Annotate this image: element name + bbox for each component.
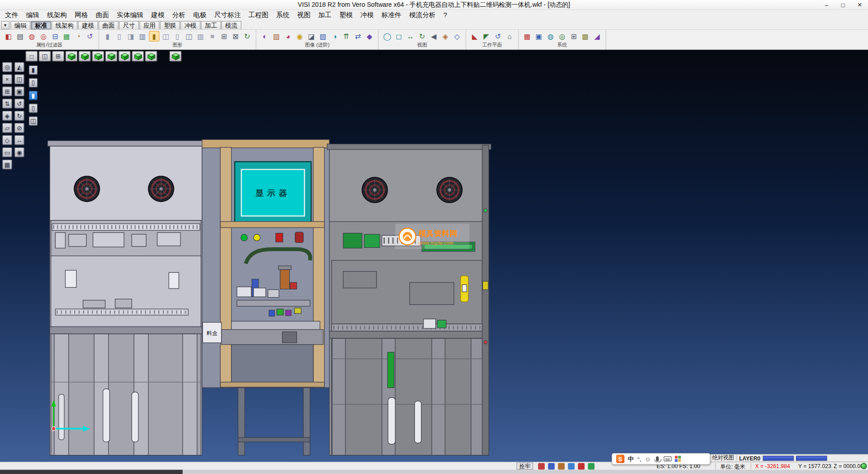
render-quality-icon[interactable]: ◐ (259, 31, 270, 42)
rotate-view-icon[interactable]: ↻ (417, 31, 427, 42)
toolbar-tab-3[interactable]: 建模 (78, 21, 98, 29)
menu-item-10[interactable]: 工程图 (245, 10, 272, 20)
toolbar-tab-1[interactable]: 标准 (31, 21, 51, 29)
menu-item-3[interactable]: 网格 (71, 10, 92, 20)
filter-remove-icon[interactable]: ◎ (38, 31, 48, 42)
menu-item-6[interactable]: 建模 (147, 10, 169, 20)
menu-item-12[interactable]: 视图 (293, 10, 315, 20)
menu-item-18[interactable]: ? (439, 11, 451, 19)
stop-status-icon[interactable] (578, 463, 585, 470)
color-palette-icon[interactable]: ▦ (522, 31, 533, 42)
maximize-button[interactable]: □ (835, 0, 852, 9)
texture-icon[interactable]: ▨ (271, 31, 282, 42)
left-view-cube[interactable] (105, 51, 118, 62)
cut-icon[interactable]: ◭ (14, 62, 24, 72)
undo-icon[interactable]: ↺ (14, 99, 24, 109)
menu-item-8[interactable]: 电极 (189, 10, 211, 20)
toolbar-tab-10[interactable]: 模流 (222, 21, 241, 29)
element-filter-icon[interactable]: ◔ (73, 31, 84, 42)
solid-cylinder-icon[interactable]: ▮ (103, 31, 113, 42)
workplane-xy-icon[interactable]: ◣ (469, 31, 480, 42)
half-shade-icon[interactable]: ◨ (126, 31, 136, 42)
arrow-swap-icon[interactable]: ⇄ (353, 31, 363, 42)
right-view-cube[interactable] (118, 51, 131, 62)
menu-item-2[interactable]: 线架构 (43, 10, 71, 20)
double-bar-icon[interactable]: ◫ (184, 31, 194, 42)
slope-icon[interactable]: ◢ (592, 31, 602, 42)
measure-icon[interactable]: ↔ (14, 135, 24, 145)
zoom-window-icon[interactable]: ◻ (394, 31, 404, 42)
toolbar-tab-8[interactable]: 冲模 (180, 21, 200, 29)
absolute-view-label[interactable]: 绝对视图 (712, 454, 734, 462)
menu-item-5[interactable]: 实体编辑 (113, 10, 147, 20)
toolbar-dropdown-button[interactable]: ▼ (1, 21, 9, 29)
attribute-edit-icon[interactable]: ◧ (3, 31, 14, 42)
iso-view-cube[interactable] (65, 51, 77, 62)
layer-indicator[interactable]: LAYER0 (739, 455, 760, 461)
mixed-mode-icon[interactable]: ▮ (29, 91, 38, 100)
redo-icon[interactable]: ↻ (14, 111, 24, 121)
close-button[interactable]: × (851, 0, 868, 9)
grid-snap-icon[interactable]: ⊞ (569, 31, 579, 42)
hatch-shade-icon[interactable]: ▥ (137, 31, 148, 42)
section-mode-icon[interactable]: ◫ (29, 116, 38, 126)
lock-toggle-button[interactable]: 拴牢 (516, 462, 533, 469)
light-icon[interactable]: ◉ (294, 31, 305, 42)
layers-status-icon[interactable] (548, 463, 555, 470)
raster-icon[interactable]: ▩ (580, 31, 590, 42)
layer-filter-icon[interactable]: ⊟ (50, 31, 60, 42)
emoji-icon[interactable]: ☺ (645, 455, 651, 462)
menu-item-17[interactable]: 模流分析 (405, 10, 439, 20)
active-shade-icon[interactable]: ▮ (149, 31, 159, 42)
toolbar-tab-9[interactable]: 加工 (201, 21, 221, 29)
viewport-canvas[interactable]: 模具资料网 www.mjzlw.com 显示器 料盒 □◫⊞ ◎×⊞⇅◈▱◇▭▦… (0, 50, 868, 462)
bottom-view-cube[interactable] (145, 51, 157, 62)
toolbar-tab-2[interactable]: 线架构 (52, 21, 78, 29)
wire-cylinder-icon[interactable]: ▯ (114, 31, 124, 42)
viewport-grid-icon[interactable]: ⊞ (52, 51, 64, 62)
palette-icon[interactable]: ▦ (2, 160, 12, 170)
dynamic-view-icon[interactable]: ◈ (440, 31, 450, 42)
stack-icon[interactable]: ≡ (207, 31, 217, 42)
gem-icon[interactable]: ◆ (364, 31, 375, 42)
info-icon[interactable]: ◉ (14, 147, 24, 157)
help-status-icon[interactable] (568, 463, 575, 470)
menu-item-1[interactable]: 编辑 (22, 10, 43, 20)
box-status-icon[interactable] (558, 463, 565, 470)
pan-icon[interactable]: ↔ (405, 31, 415, 42)
globe-icon[interactable]: ◍ (545, 31, 556, 42)
zoom-all-icon[interactable]: ◯ (382, 31, 392, 42)
reset-filter-icon[interactable]: ↺ (85, 31, 95, 42)
menu-item-4[interactable]: 曲面 (92, 10, 113, 20)
box-edges-icon[interactable]: ⊞ (219, 31, 229, 42)
keyboard-icon[interactable] (664, 456, 671, 461)
lock-status-icon[interactable] (538, 463, 545, 470)
ime-language-toggle[interactable]: 中 (628, 455, 634, 463)
isometric-view-icon[interactable]: ◇ (452, 31, 462, 42)
monitor-icon[interactable]: ▣ (533, 31, 544, 42)
toolbar-tab-4[interactable]: 曲面 (99, 21, 118, 29)
workplane-align-icon[interactable]: ◤ (481, 31, 491, 42)
menu-item-7[interactable]: 分析 (168, 10, 189, 20)
menu-item-0[interactable]: 文件 (1, 10, 22, 20)
workplane-rotate-icon[interactable]: ↺ (493, 31, 503, 42)
toolbar-tab-0[interactable]: 编辑 (10, 21, 30, 29)
target-icon[interactable]: ◎ (557, 31, 567, 42)
axis-icon[interactable]: ⇅ (2, 99, 12, 109)
toolbar-tab-6[interactable]: 应用 (140, 21, 160, 29)
menu-item-11[interactable]: 系统 (272, 10, 293, 20)
plane-icon[interactable]: ◈ (2, 111, 12, 121)
snap-icon[interactable]: × (2, 74, 12, 84)
select-icon[interactable]: ◎ (2, 62, 12, 72)
paste-icon[interactable]: ▣ (14, 86, 24, 96)
grid-icon[interactable]: ⊞ (2, 86, 12, 96)
color-filter-icon[interactable]: ▦ (61, 31, 72, 42)
arrow-up-icon[interactable]: ⇈ (341, 31, 351, 42)
menu-item-15[interactable]: 冲模 (357, 10, 378, 20)
ghost-mode-icon[interactable]: ▯ (29, 104, 38, 113)
viewport-single-icon[interactable]: □ (25, 51, 38, 62)
minimize-button[interactable]: – (818, 0, 835, 9)
menu-item-16[interactable]: 标准件 (377, 10, 405, 20)
wire-mode-icon[interactable]: ▯ (29, 78, 38, 88)
sogou-logo-icon[interactable]: S (616, 455, 624, 463)
